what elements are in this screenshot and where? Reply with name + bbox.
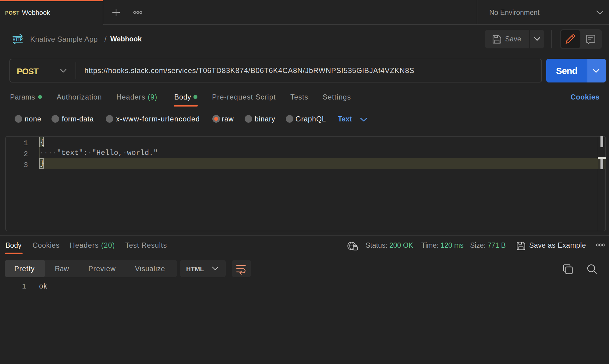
svg-text:HTTP: HTTP: [13, 37, 23, 42]
